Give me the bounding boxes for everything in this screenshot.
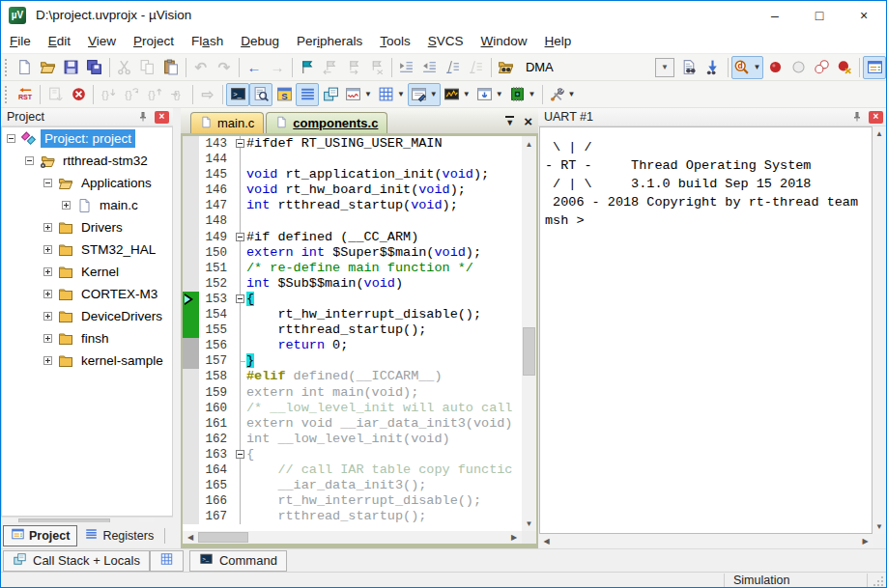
fold-gutter[interactable]: [234, 152, 246, 167]
code-line-143[interactable]: 143#ifdef RT_USING_USER_MAIN: [183, 136, 522, 152]
menu-tools[interactable]: Tools: [371, 29, 419, 53]
breakpoint-enable-disable-button[interactable]: [787, 56, 810, 79]
stop-button[interactable]: [67, 83, 90, 106]
fold-gutter[interactable]: [234, 307, 246, 322]
fold-gutter[interactable]: [234, 416, 246, 432]
collapse-icon[interactable]: [25, 156, 34, 165]
cut-button[interactable]: [113, 56, 136, 79]
code-line-166[interactable]: 166 rt_hw_interrupt_disable();: [183, 493, 522, 509]
fold-gutter[interactable]: [234, 493, 246, 509]
command-window-button[interactable]: >_: [226, 83, 249, 106]
code-line-157[interactable]: 157}: [183, 353, 522, 369]
code-line-163[interactable]: 163{: [183, 447, 522, 462]
bookmark-clear-all-button[interactable]: [365, 56, 388, 79]
editor-close-icon[interactable]: ×: [524, 115, 532, 127]
editor-tab-main-c[interactable]: main.c: [190, 112, 264, 133]
code-line-165[interactable]: 165 __iar_data_init3();: [183, 478, 522, 493]
code-line-167[interactable]: 167 rtthread_startup();: [183, 509, 522, 524]
scroll-up-icon[interactable]: ▲: [522, 137, 536, 151]
dropdown-arrow-icon[interactable]: ▼: [430, 90, 438, 98]
fold-gutter[interactable]: [234, 230, 246, 245]
fold-gutter[interactable]: [234, 198, 246, 213]
project-window-toggle-button[interactable]: [863, 56, 886, 79]
expand-icon[interactable]: [43, 356, 52, 365]
fold-gutter[interactable]: [234, 385, 246, 401]
scroll-right-icon[interactable]: ▶: [507, 531, 521, 544]
code-line-144[interactable]: 144: [183, 152, 522, 167]
code-line-162[interactable]: 162int __low_level_init(void): [183, 432, 522, 447]
code-line-164[interactable]: 164 // call IAR table copy functic: [183, 462, 522, 478]
trace-window-button[interactable]: ▼: [473, 83, 506, 106]
scroll-right-icon[interactable]: ▶: [859, 534, 872, 547]
scroll-down-icon[interactable]: ▼: [522, 517, 536, 530]
code-line-154[interactable]: 154 rt_hw_interrupt_disable();: [183, 307, 522, 322]
redo-button[interactable]: ↷: [213, 56, 236, 79]
expand-icon[interactable]: [43, 245, 52, 254]
breakpoint-insert-button[interactable]: [763, 56, 787, 79]
code-line-155[interactable]: 155 rtthread_startup();: [183, 322, 522, 338]
save-button[interactable]: [60, 56, 83, 79]
memory-window-tab[interactable]: [150, 550, 184, 572]
toolbar-grip[interactable]: [5, 59, 11, 76]
tree-item-project-project[interactable]: Project: project: [2, 127, 172, 150]
code-line-148[interactable]: 148: [183, 213, 522, 229]
memory-window-button[interactable]: ▼: [375, 83, 408, 106]
tree-item-applications[interactable]: Applications: [2, 172, 172, 194]
fold-gutter[interactable]: [234, 447, 246, 462]
toolbox-button[interactable]: ▼: [546, 83, 579, 106]
scroll-down-icon[interactable]: ▼: [873, 520, 886, 533]
dropdown-arrow-icon[interactable]: ▼: [364, 90, 372, 98]
expand-icon[interactable]: [43, 223, 52, 232]
breakpoint-disable-all-button[interactable]: [810, 56, 833, 79]
fold-gutter[interactable]: [234, 462, 246, 478]
outdent-button[interactable]: [418, 56, 442, 79]
bookmark-prev-button[interactable]: [319, 56, 342, 79]
code-line-147[interactable]: 147int rtthread_startup(void);: [183, 198, 522, 213]
highlight-word-button[interactable]: d▼: [731, 56, 763, 79]
fold-gutter[interactable]: [234, 292, 246, 307]
menu-peripherals[interactable]: Peripherals: [288, 29, 371, 53]
minimize-button[interactable]: –: [753, 1, 797, 29]
menu-help[interactable]: Help: [536, 29, 581, 53]
tree-item-drivers[interactable]: Drivers: [2, 216, 172, 238]
dropdown-arrow-icon[interactable]: ▼: [753, 63, 760, 71]
open-file-button[interactable]: [37, 56, 60, 79]
fold-gutter[interactable]: [234, 136, 246, 152]
fold-collapse-icon[interactable]: [236, 139, 244, 148]
analysis-window-button[interactable]: ▼: [441, 83, 473, 106]
tree-item-rtthread-stm32[interactable]: rtthread-stm32: [2, 150, 172, 172]
dropdown-arrow-icon[interactable]: ▼: [496, 90, 503, 98]
dropdown-arrow-icon[interactable]: ▼: [529, 90, 536, 98]
system-viewer-button[interactable]: ▼: [506, 83, 539, 106]
document-list-icon[interactable]: ▼: [505, 116, 514, 127]
uart-panel-close-icon[interactable]: ×: [869, 111, 883, 124]
fold-collapse-icon[interactable]: [236, 294, 244, 303]
save-all-button[interactable]: [83, 56, 106, 79]
uart-vscrollbar[interactable]: ▲ ▼: [873, 126, 886, 534]
scroll-left-icon[interactable]: ◀: [184, 531, 197, 544]
code-line-156[interactable]: 156 return 0;: [183, 338, 522, 353]
incremental-find-button[interactable]: [701, 56, 725, 79]
code-line-146[interactable]: 146void rt_hw_board_init(void);: [183, 182, 522, 198]
registers-window-button[interactable]: [296, 83, 319, 106]
uart-hscrollbar[interactable]: ◀ ▶: [539, 534, 873, 547]
tree-item-finsh[interactable]: finsh: [2, 327, 172, 350]
fold-gutter[interactable]: [234, 261, 246, 276]
symbol-window-button[interactable]: S: [272, 83, 296, 106]
maximize-button[interactable]: □: [797, 1, 842, 29]
tree-item-kernel[interactable]: Kernel: [2, 261, 172, 283]
paste-button[interactable]: [159, 56, 183, 79]
dropdown-arrow-icon[interactable]: ▼: [463, 90, 471, 98]
code-line-160[interactable]: 160/* __low_level_init will auto call: [183, 401, 522, 416]
menu-edit[interactable]: Edit: [40, 29, 79, 53]
bookmark-next-button[interactable]: [342, 56, 365, 79]
fold-gutter[interactable]: [234, 167, 246, 182]
menu-view[interactable]: View: [79, 29, 125, 53]
fold-collapse-icon[interactable]: [236, 233, 244, 241]
panel-tab-project[interactable]: Project: [3, 525, 77, 546]
combo-dropdown-icon[interactable]: ▼: [655, 58, 674, 77]
fold-gutter[interactable]: [234, 245, 246, 261]
menu-svcs[interactable]: SVCS: [419, 29, 472, 53]
fold-gutter[interactable]: [234, 509, 246, 524]
scroll-up-icon[interactable]: ▲: [873, 127, 886, 140]
